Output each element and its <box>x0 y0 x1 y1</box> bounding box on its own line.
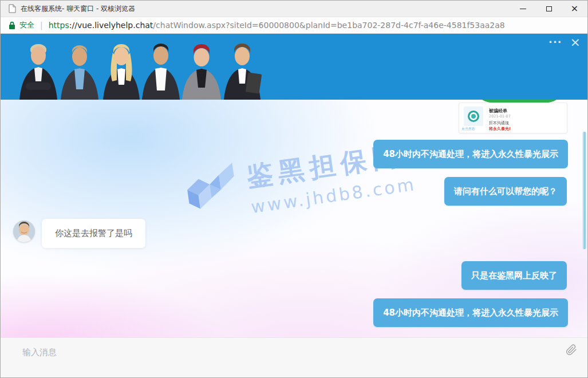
message-bubble-outgoing: 48小时内不沟通处理，将进入永久性暴光展示 <box>373 140 568 168</box>
url-path: /chatWindow.aspx?siteId=60000800&planId=… <box>153 21 504 30</box>
card-title: 被骗经单 <box>489 108 507 114</box>
card-status-icon <box>468 111 479 122</box>
card-caption: 点击查看 <box>461 127 487 132</box>
url-field[interactable]: https://vue.livelyhelp.chat/chatWindow.a… <box>49 21 505 30</box>
browser-window: 在线客服系统- 聊天窗口 - 双核浏览器 × 安全 | https://vue.… <box>0 0 588 378</box>
window-controls: × <box>510 1 587 17</box>
message-bubble-outgoing: 只是在鉴黑网上反映了 <box>461 261 567 290</box>
maximize-icon <box>546 6 552 11</box>
secure-label: 安全 <box>19 20 34 30</box>
close-icon: × <box>571 4 578 13</box>
watermark-site: www.jhdb8.com <box>250 174 417 217</box>
message-bubble-outgoing: 48小时内不沟通处理，将进入永久性暴光展示 <box>373 298 568 327</box>
card-icon-box <box>464 107 483 126</box>
visitor-avatar-image <box>13 220 35 242</box>
chat-menu-icon[interactable]: ··· <box>548 37 562 48</box>
message-composer <box>1 337 587 378</box>
card-date: 2021-01-07 <box>489 114 511 119</box>
message-bubble-incoming: 你这是去报警了是吗 <box>42 219 145 248</box>
url-scheme: https <box>49 21 69 30</box>
minimize-button[interactable] <box>510 1 536 17</box>
chat-close-icon[interactable]: × <box>570 36 581 49</box>
chat-header-actions: ··· × <box>548 36 581 49</box>
attachment-icon[interactable] <box>566 344 577 356</box>
chat-transcript[interactable]: 鉴黑担保网 www.jhdb8.com 点击查看 被骗经单 2021-01-07… <box>1 100 587 337</box>
watermark-logo-icon <box>182 162 241 215</box>
complaint-link-card[interactable]: 点击查看 被骗经单 2021-01-07 拒不沟通现 将永久暴光! <box>459 103 567 133</box>
card-description: 拒不沟通现 <box>489 120 509 126</box>
message-input[interactable] <box>22 344 538 361</box>
support-team-photo <box>17 34 280 100</box>
card-alert-text: 将永久暴光! <box>489 126 511 132</box>
message-bubble-outgoing: 请问有什么可以帮您的呢？ <box>444 177 567 206</box>
title-bar: 在线客服系统- 聊天窗口 - 双核浏览器 × <box>1 1 587 17</box>
address-bar: 安全 | https://vue.livelyhelp.chat/chatWin… <box>1 17 587 34</box>
url-host: ://vue.livelyhelp.chat <box>69 21 153 30</box>
chat-scrollbar[interactable] <box>582 132 586 249</box>
lock-icon <box>9 21 15 30</box>
close-button[interactable]: × <box>562 1 587 17</box>
chat-banner: ··· × <box>1 34 587 100</box>
visitor-avatar <box>13 220 35 242</box>
page-icon <box>9 4 16 13</box>
maximize-button[interactable] <box>536 1 562 17</box>
window-title: 在线客服系统- 聊天窗口 - 双核浏览器 <box>21 4 135 14</box>
address-separator: | <box>40 21 43 30</box>
minimize-icon <box>520 9 526 9</box>
